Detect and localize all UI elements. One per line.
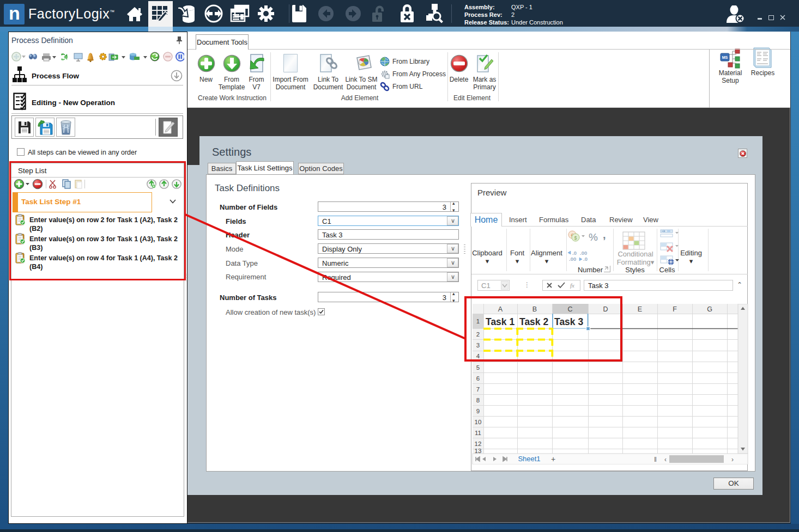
- svg-text:6: 6: [476, 375, 480, 382]
- svg-text:E: E: [638, 305, 642, 313]
- svg-text:7: 7: [476, 386, 480, 393]
- svg-text:12: 12: [475, 441, 482, 447]
- svg-text:G: G: [707, 305, 712, 313]
- svg-text:F: F: [673, 305, 677, 313]
- svg-text:+: +: [551, 455, 555, 463]
- svg-text:.0: .0: [572, 250, 577, 256]
- svg-text:.00: .00: [569, 256, 576, 262]
- svg-text:11: 11: [475, 430, 481, 436]
- svg-text:8: 8: [476, 397, 480, 403]
- svg-text:‹: ‹: [664, 456, 667, 463]
- svg-text:,: ,: [603, 230, 606, 241]
- svg-text:fx: fx: [570, 282, 574, 289]
- svg-text:5: 5: [476, 364, 480, 371]
- svg-text:10: 10: [475, 419, 482, 425]
- svg-text:Sheet1: Sheet1: [518, 455, 540, 463]
- svg-text:MS: MS: [722, 56, 728, 59]
- svg-text:.0: .0: [583, 256, 588, 262]
- svg-text:.00: .00: [580, 250, 587, 256]
- svg-text:›: ›: [731, 456, 734, 463]
- svg-text:9: 9: [476, 408, 480, 414]
- svg-text:$: $: [574, 235, 577, 241]
- svg-text:%: %: [589, 231, 598, 243]
- svg-text:‖: ‖: [654, 456, 657, 463]
- svg-text:13: 13: [475, 448, 482, 454]
